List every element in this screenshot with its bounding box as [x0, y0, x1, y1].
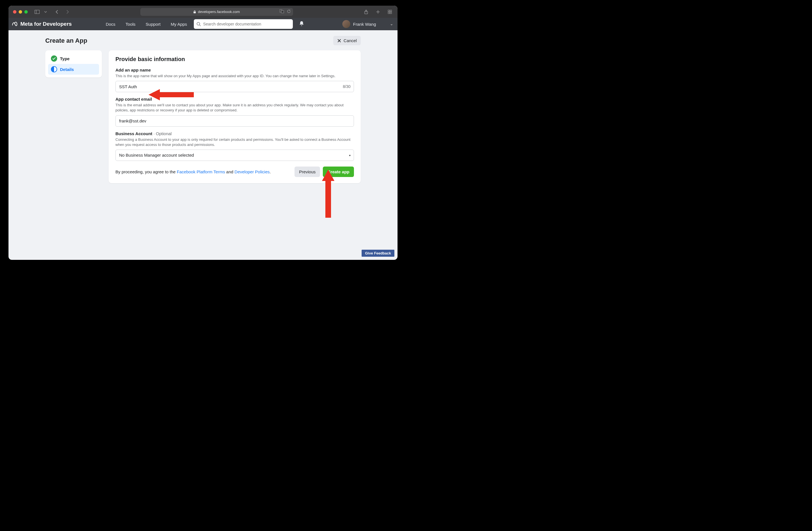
browser-url-bar[interactable]: developers.facebook.com	[140, 8, 293, 16]
field-contact-email: App contact email This is the email addr…	[115, 97, 354, 127]
field-app-name: Add an app name This is the app name tha…	[115, 68, 354, 92]
notification-bell-icon[interactable]	[299, 21, 304, 27]
business-account-select[interactable]: No Business Manager account selected	[115, 150, 354, 161]
svg-rect-6	[388, 10, 390, 12]
app-name-input[interactable]	[115, 81, 354, 92]
share-icon[interactable]	[363, 9, 369, 15]
business-account-label: Business Account · Optional	[115, 131, 354, 136]
previous-button[interactable]: Previous	[294, 166, 320, 177]
cancel-button-label: Cancel	[344, 38, 357, 43]
content-area: Create an App Cancel Type Details	[9, 30, 397, 183]
contact-email-input[interactable]	[115, 115, 354, 127]
sidebar-toggle-icon[interactable]	[33, 9, 41, 15]
meta-logo-icon	[11, 21, 18, 27]
browser-url-text: developers.facebook.com	[198, 10, 240, 14]
nav-link-docs[interactable]: Docs	[106, 22, 115, 27]
avatar	[342, 20, 350, 28]
link-platform-terms[interactable]: Facebook Platform Terms	[177, 169, 225, 174]
search-input[interactable]	[203, 22, 290, 26]
contact-email-desc: This is the email address we'll use to c…	[115, 103, 354, 113]
nav-link-myapps[interactable]: My Apps	[171, 22, 187, 27]
create-app-button[interactable]: Create app	[323, 166, 354, 177]
search-icon	[197, 22, 201, 26]
form-card: Provide basic information Add an app nam…	[108, 50, 361, 183]
traffic-lights	[13, 10, 28, 14]
svg-rect-9	[390, 12, 392, 14]
field-business-account: Business Account · Optional Connecting a…	[115, 131, 354, 161]
nav-link-support[interactable]: Support	[146, 22, 161, 27]
cancel-button[interactable]: Cancel	[333, 36, 361, 45]
form-footer: By proceeding, you agree to the Facebook…	[115, 166, 354, 177]
svg-line-11	[200, 25, 201, 26]
svg-rect-4	[281, 11, 284, 13]
section-title: Provide basic information	[115, 56, 354, 62]
step-type-label: Type	[60, 56, 70, 61]
browser-window: developers.facebook.com Meta for	[9, 6, 397, 260]
app-name-label: Add an app name	[115, 68, 354, 72]
step-details-label: Details	[60, 67, 74, 72]
agree-text: By proceeding, you agree to the Facebook…	[115, 169, 271, 174]
page-header: Create an App Cancel	[9, 36, 397, 45]
brand[interactable]: Meta for Developers	[11, 21, 72, 27]
window-minimize-button[interactable]	[19, 10, 22, 14]
app-name-desc: This is the app name that will show on y…	[115, 74, 354, 78]
give-feedback-button[interactable]: Give Feedback	[361, 249, 395, 257]
search-container[interactable]	[194, 19, 293, 29]
svg-rect-0	[35, 10, 40, 14]
translate-icon[interactable]	[279, 9, 284, 14]
business-account-desc: Connecting a Business Account to your ap…	[115, 137, 354, 147]
app-name-char-count: 8/30	[343, 84, 350, 89]
nav-link-tools[interactable]: Tools	[126, 22, 135, 27]
browser-titlebar: developers.facebook.com	[9, 6, 397, 18]
brand-text: Meta for Developers	[20, 21, 72, 27]
page-title: Create an App	[45, 37, 87, 44]
svg-rect-7	[390, 10, 392, 12]
step-details[interactable]: Details	[48, 64, 99, 75]
svg-rect-8	[388, 12, 390, 14]
link-developer-policies[interactable]: Developer Policies	[234, 169, 270, 174]
steps-sidebar: Type Details	[45, 50, 102, 77]
check-circle-icon	[51, 55, 57, 62]
chevron-down-icon	[390, 22, 393, 27]
svg-point-10	[197, 22, 200, 25]
tab-dropdown-icon[interactable]	[43, 10, 48, 14]
user-name: Frank Wang	[353, 22, 376, 27]
half-circle-icon	[51, 66, 57, 72]
browser-back-icon[interactable]	[54, 9, 59, 15]
contact-email-label: App contact email	[115, 97, 354, 102]
business-account-value: No Business Manager account selected	[119, 153, 194, 158]
svg-rect-2	[193, 12, 196, 13]
new-tab-icon[interactable]	[375, 9, 381, 15]
window-close-button[interactable]	[13, 10, 16, 14]
site-top-nav: Meta for Developers Docs Tools Support M…	[9, 18, 397, 30]
window-maximize-button[interactable]	[24, 10, 28, 14]
step-type[interactable]: Type	[48, 53, 99, 64]
browser-forward-icon[interactable]	[65, 9, 70, 15]
caret-down-icon: ▾	[349, 153, 350, 157]
tab-overview-icon[interactable]	[387, 9, 393, 15]
nav-links: Docs Tools Support My Apps	[106, 22, 187, 27]
lock-icon	[193, 10, 196, 14]
reload-icon[interactable]	[287, 9, 291, 14]
main-row: Type Details Provide basic information A…	[9, 50, 397, 183]
user-menu[interactable]: Frank Wang	[342, 20, 393, 28]
close-icon	[337, 39, 341, 43]
